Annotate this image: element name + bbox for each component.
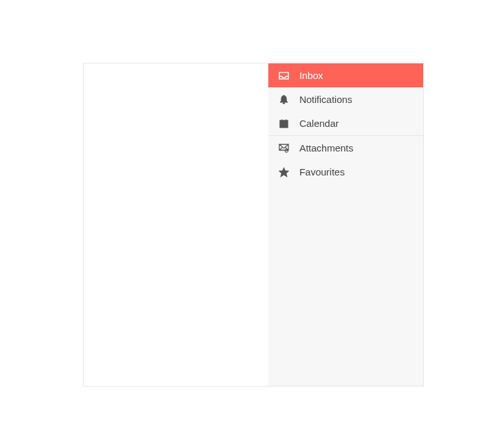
sidebar-group-2: Attachments Favourites [268,136,423,184]
sidebar-item-label: Notifications [299,94,353,105]
sidebar-item-label: Attachments [299,142,353,153]
inbox-icon [279,71,289,81]
sidebar-item-label: Calendar [299,118,339,129]
sidebar-item-notifications[interactable]: Notifications [268,87,423,111]
sidebar-item-label: Favourites [299,166,345,177]
svg-rect-4 [283,124,285,126]
main-panel [84,63,268,386]
sidebar-item-favourites[interactable]: Favourites [268,160,423,184]
calendar-icon [279,118,289,129]
sidebar-item-label: Inbox [299,70,323,81]
star-icon [279,167,289,177]
sidebar-item-inbox[interactable]: Inbox [268,63,423,87]
app-container: Inbox Notifications [83,63,424,386]
sidebar: Inbox Notifications [268,63,423,386]
bell-icon [279,95,289,105]
sidebar-item-calendar[interactable]: Calendar [268,111,423,135]
sidebar-group-1: Inbox Notifications [268,63,423,136]
sidebar-item-attachments[interactable]: Attachments [268,136,423,160]
attachment-icon [279,143,289,153]
